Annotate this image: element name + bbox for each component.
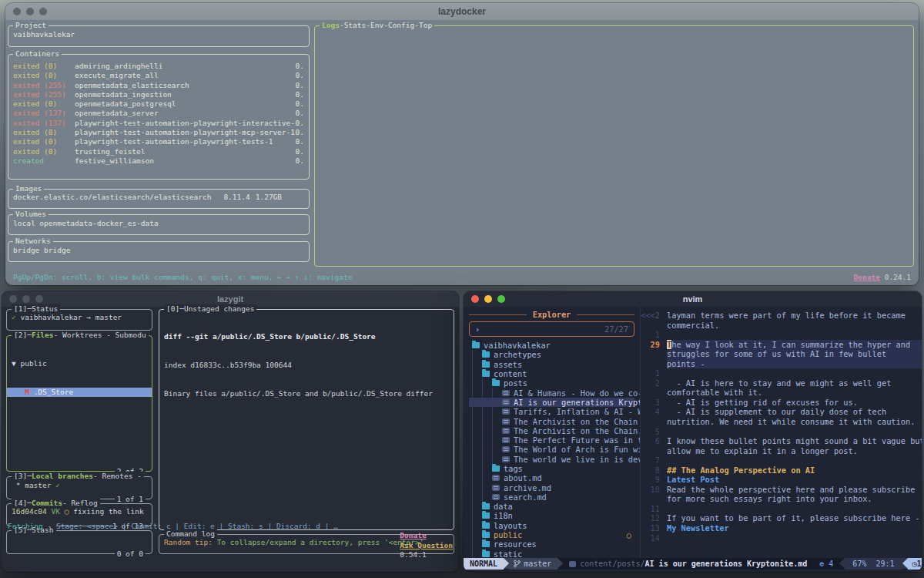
markdown-file-icon [492, 494, 500, 500]
close-button[interactable] [9, 295, 17, 303]
unstaged-changes-panel[interactable]: [0]─Unstaged changes diff --git a/public… [159, 309, 454, 530]
tree-item[interactable]: posts [469, 378, 634, 388]
volume-row[interactable]: local openmetadata-docker_es-data [8, 215, 309, 230]
close-button[interactable] [13, 8, 21, 15]
ask-question-link[interactable]: Ask Question [400, 541, 453, 549]
file-tree-selected-row[interactable]: M .DS_Store [7, 388, 152, 397]
lazydocker-titlebar[interactable]: lazydocker [5, 3, 919, 20]
tree-item[interactable]: tags [469, 464, 634, 473]
diff-line: index d16833c..b53f9ba 100644 [164, 361, 449, 370]
images-panel-title: Images [13, 184, 44, 193]
minimize-button[interactable] [22, 295, 30, 303]
container-row[interactable]: exited(0)playwright-test-automation-play… [8, 128, 309, 137]
lazygit-window: lazygit [1]─Status ✓ vaibhavkalekar → ma… [2, 291, 459, 572]
tree-item[interactable]: search.md [469, 492, 634, 502]
file-tree-dir[interactable]: ▼ public [7, 359, 152, 368]
lazydocker-statusbar: PgUp/PgDn: scroll, b: view bulk commands… [13, 273, 911, 282]
container-row[interactable]: exited(137)playwright-test-automation-pl… [8, 119, 309, 128]
container-row[interactable]: exited(0)playwright-test-automation-play… [8, 137, 309, 146]
lazydocker-content: Project vaibhavkalekar Containers exited… [5, 20, 919, 285]
minimize-button[interactable] [26, 8, 34, 15]
folder-icon [472, 342, 480, 348]
container-row[interactable]: exited(0)execute_migrate_all0. [8, 71, 309, 80]
folder-icon [482, 532, 490, 538]
tab-logs[interactable]: Logs [322, 21, 340, 30]
network-row[interactable]: bridge bridge [8, 242, 309, 257]
tree-item[interactable]: archive.md [469, 482, 634, 492]
close-button[interactable] [471, 295, 479, 303]
tree-item[interactable]: The Archivist on the Chain - Ep [469, 416, 634, 425]
tree-guide [472, 378, 482, 388]
tree-item[interactable]: AI is our generations Kryptonit [469, 398, 634, 407]
image-row[interactable]: docker.elastic.co/elasticsearch/elastics… [8, 190, 309, 203]
editor-line: allow me to explain it in a longer post. [641, 446, 922, 456]
container-row[interactable]: createdfestive_williamson0. [8, 156, 309, 166]
tree-item[interactable]: AI & Humans - How do we co-exis [469, 388, 634, 397]
tree-item[interactable]: The Archivist on the Chain.md [469, 426, 634, 435]
maximize-button[interactable] [35, 295, 43, 303]
tree-item[interactable]: vaibhavkalekar [469, 341, 634, 350]
networks-panel[interactable]: Networks bridge bridge [8, 241, 310, 262]
minimize-button[interactable] [484, 295, 492, 303]
images-panel[interactable]: Images docker.elastic.co/elasticsearch/e… [8, 189, 310, 209]
editor-line: 3 - AI is getting rid of excuses for us. [641, 398, 922, 408]
tab-config[interactable]: Config [388, 21, 414, 30]
tree-item[interactable]: about.md [469, 473, 634, 482]
tree-item[interactable]: layouts [469, 521, 634, 530]
image-size: 1.27GB [256, 193, 282, 202]
version-label: 0.24.1 [885, 273, 911, 281]
explorer-filter-input[interactable]: › 27/27 [469, 321, 634, 337]
tree-item[interactable]: i18n [469, 511, 634, 520]
donate-link[interactable]: Donate [854, 273, 880, 281]
maximize-button[interactable] [497, 295, 505, 303]
donate-link[interactable]: Donate [400, 531, 426, 539]
lazygit-statusbar: Fetching - Stage: <space> | Commit: c | … [8, 522, 453, 570]
tree-item[interactable]: archetypes [469, 350, 634, 359]
volumes-panel-title: Volumes [13, 210, 49, 219]
tab-env[interactable]: Env [370, 21, 383, 30]
container-row[interactable]: exited(255)openmetadata_ingestion0. [8, 90, 309, 99]
tree-item[interactable]: static [469, 549, 634, 558]
tree-item[interactable]: content [469, 369, 634, 378]
logs-panel[interactable]: Logs - Stats - Env - Config - Top [314, 25, 914, 267]
tree-item[interactable]: Tariffs, Inflation & AI - Why t [469, 407, 634, 416]
container-row[interactable]: exited(137)openmetadata_server0. [8, 109, 309, 118]
status-panel[interactable]: [1]─Status ✓ vaibhavkalekar → master [6, 309, 152, 331]
container-row[interactable]: exited(255)openmetadata_elasticsearch0. [8, 81, 309, 90]
nvim-window: nvim Explorer › 27/27 vaibhavkalekararch… [464, 291, 922, 572]
editor-line: comfortable with it. [641, 388, 922, 398]
desktop: lazydocker Project vaibhavkalekar Contai… [0, 0, 924, 578]
fetching-indicator: Fetching [8, 522, 43, 570]
tab-stats[interactable]: Stats [344, 21, 367, 30]
folder-icon [492, 465, 500, 472]
nvim-titlebar[interactable]: nvim [464, 291, 922, 307]
updates-segment: ⊕ 4 [813, 558, 839, 570]
tree-item[interactable]: The world we live in is devoid [469, 455, 634, 464]
container-row[interactable]: exited(0)admiring_ardinghelli0. [8, 62, 309, 71]
editor-line: 7 [641, 455, 922, 465]
branches-panel[interactable]: [3]─Local branches - Remotes - * master … [6, 476, 152, 499]
tab-top[interactable]: Top [419, 21, 432, 30]
tree-item[interactable]: The Perfect Future was in the P [469, 435, 634, 445]
containers-panel[interactable]: Containers exited(0)admiring_ardinghelli… [8, 54, 310, 180]
files-panel[interactable]: [2]─Files - Worktrees - Submodu ▼ public… [6, 335, 152, 472]
tree-guide [472, 521, 482, 530]
project-panel[interactable]: Project vaibhavkalekar [8, 25, 310, 47]
tree-item[interactable]: data [469, 502, 634, 511]
folder-icon [482, 351, 490, 358]
editor-line: <<<2layman terms were part of my life be… [641, 311, 922, 321]
container-row[interactable]: exited(0)openmetadata_postgresql0. [8, 99, 309, 109]
editor-line: 13My Newsletter [641, 523, 922, 533]
branch-icon [514, 560, 521, 568]
tree-item[interactable]: The World of Arch is Fun with O [469, 445, 634, 454]
tree-guide [472, 482, 482, 492]
tree-item[interactable]: assets [469, 360, 634, 369]
maximize-button[interactable] [39, 8, 47, 15]
container-row[interactable]: exited(0)trusting_feistel0. [8, 147, 309, 156]
editor-buffer[interactable]: <<<2layman terms were part of my life be… [641, 307, 922, 558]
powerline-separator [504, 558, 509, 569]
tree-item[interactable]: resources [469, 539, 634, 549]
tree-item[interactable]: public○ [469, 530, 634, 539]
volumes-panel[interactable]: Volumes local openmetadata-docker_es-dat… [8, 214, 310, 235]
prompt-chevron-icon: › [475, 324, 480, 334]
